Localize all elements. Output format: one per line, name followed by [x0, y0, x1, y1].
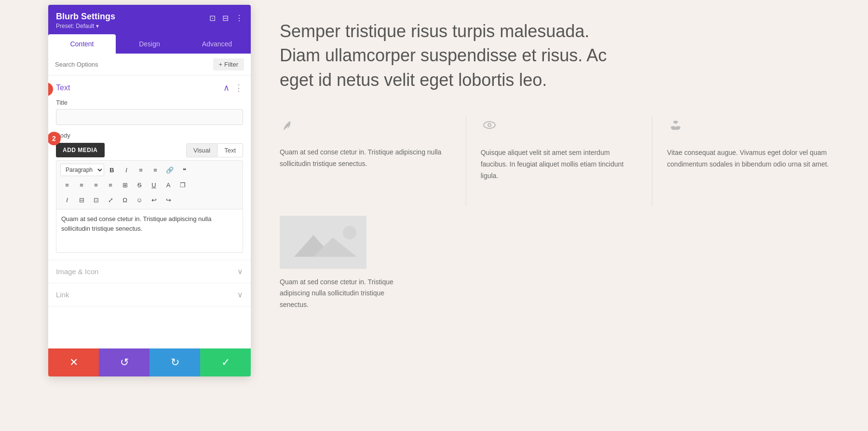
tab-advanced[interactable]: Advanced: [183, 34, 251, 54]
panel-tabs: Content Design Advanced: [48, 34, 251, 54]
redo-button[interactable]: ↻: [149, 348, 200, 376]
svg-point-7: [343, 226, 356, 239]
blurb-col-3: Vitae consequat augue. Vivamus eget dolo…: [652, 116, 839, 206]
table-button[interactable]: ⊞: [118, 178, 132, 192]
save-icon: ✓: [221, 356, 230, 369]
body-text: Quam at sed conse ctetur in. Tristique a…: [61, 215, 211, 232]
blurb-image-text: Quam at sed conse ctetur in. Tristique a…: [280, 277, 415, 311]
blurb-settings-panel: Blurb Settings Preset: Default ▾ ⊡ ⊟ ⋮ C…: [48, 5, 251, 376]
editor-toolbar-top: ADD MEDIA Visual Text: [56, 143, 243, 157]
underline-button[interactable]: U: [147, 178, 161, 192]
panel-header-icons: ⊡ ⊟ ⋮: [209, 14, 243, 23]
align-right-button[interactable]: ≡: [89, 178, 103, 192]
outdent-button[interactable]: ⊡: [89, 193, 103, 207]
panel-header: Blurb Settings Preset: Default ▾ ⊡ ⊟ ⋮: [48, 5, 251, 34]
special-chars-button[interactable]: Ω: [118, 193, 132, 207]
text-section-controls: ∧ ⋮: [223, 83, 243, 93]
tab-content[interactable]: Content: [48, 34, 116, 54]
text-section-header: Text ∧ ⋮: [56, 83, 243, 93]
align-left-button[interactable]: ≡: [60, 178, 74, 192]
svg-rect-4: [280, 216, 366, 269]
svg-point-3: [488, 124, 490, 126]
panel-title-group: Blurb Settings Preset: Default ▾: [56, 12, 115, 29]
save-button[interactable]: ✓: [200, 348, 251, 376]
italic2-button[interactable]: I: [60, 193, 74, 207]
unordered-list-button[interactable]: ≡: [134, 163, 148, 177]
tab-visual[interactable]: Visual: [186, 143, 217, 157]
editor-view-tabs: Visual Text: [186, 143, 243, 157]
redo-icon: ↻: [171, 356, 179, 369]
paste-plain-button[interactable]: ❐: [176, 178, 190, 192]
indent-button[interactable]: ⊟: [75, 193, 88, 207]
title-field-label: Title: [56, 99, 243, 106]
ordered-list-button[interactable]: ≡: [149, 163, 162, 177]
panel-footer: ✕ ↺ ↻ ✓: [48, 348, 251, 376]
blurb-grid: Quam at sed conse ctetur in. Tristique a…: [280, 116, 839, 206]
text-section-title: Text: [56, 83, 70, 92]
toolbar-row-3: I ⊟ ⊡ ⤢ Ω ☺ ↩ ↪: [60, 193, 239, 207]
link-section-title: Link: [56, 291, 69, 299]
align-justify-button[interactable]: ≡: [104, 178, 117, 192]
tab-design[interactable]: Design: [116, 34, 183, 54]
search-input[interactable]: [55, 61, 209, 68]
title-field-group: Title: [56, 99, 243, 125]
step-badge-1: 1: [48, 83, 53, 96]
image-icon-title: Image & Icon: [56, 267, 98, 276]
blurb-col-2: Quisque aliquet velit sit amet sem inter…: [466, 116, 653, 206]
panel-body: 1 Text ∧ ⋮ Title 2 Body: [48, 76, 251, 348]
hero-text: Semper tristique risus turpis malesuada.…: [280, 19, 608, 92]
paragraph-select[interactable]: Paragraph Heading 1 Heading 2: [60, 164, 104, 176]
undo-editor-button[interactable]: ↩: [147, 193, 161, 207]
fullscreen-editor-button[interactable]: ⤢: [104, 193, 117, 207]
italic-button[interactable]: I: [120, 163, 133, 177]
blurb-image: [280, 216, 366, 269]
filter-label: Filter: [224, 61, 238, 68]
cancel-icon: ✕: [69, 356, 78, 369]
layout-icon[interactable]: ⊟: [222, 14, 229, 23]
image-icon-chevron: ∨: [237, 267, 243, 276]
link-section[interactable]: Link ∨: [48, 283, 251, 306]
preset-arrow: ▾: [96, 23, 99, 29]
cancel-button[interactable]: ✕: [48, 348, 99, 376]
filter-plus-icon: +: [219, 61, 223, 68]
content-area: Semper tristique risus turpis malesuada.…: [251, 0, 868, 431]
blurb-text-1: Quam at sed conse ctetur in. Tristique a…: [280, 147, 451, 170]
title-input[interactable]: [56, 109, 243, 125]
bold-button[interactable]: B: [105, 163, 119, 177]
redo-editor-button[interactable]: ↪: [162, 193, 175, 207]
section-collapse-icon[interactable]: ∧: [223, 83, 230, 93]
add-media-button[interactable]: ADD MEDIA: [56, 143, 105, 157]
image-icon-section[interactable]: Image & Icon ∨: [48, 260, 251, 283]
fullscreen-icon[interactable]: ⊡: [209, 14, 216, 23]
panel-title: Blurb Settings: [56, 12, 115, 22]
preset-label: Preset: Default: [56, 23, 94, 29]
blurb-icon-3: [667, 116, 839, 138]
body-field-label: Body: [56, 132, 243, 139]
align-center-button[interactable]: ≡: [75, 178, 88, 192]
link-button[interactable]: 🔗: [163, 163, 176, 177]
blurb-icon-1: [280, 116, 451, 137]
panel-preset[interactable]: Preset: Default ▾: [56, 23, 115, 29]
blurb-icon-2: [481, 116, 638, 138]
body-field-group: 2 Body ADD MEDIA Visual Text Paragraph H…: [56, 132, 243, 253]
toolbar-row-1: Paragraph Heading 1 Heading 2 B I ≡ ≡ 🔗 …: [60, 163, 239, 177]
emoji-button[interactable]: ☺: [133, 193, 146, 207]
more-icon[interactable]: ⋮: [235, 14, 243, 23]
blurb-text-2: Quisque aliquet velit sit amet sem inter…: [481, 147, 638, 181]
blurb-with-image: Quam at sed conse ctetur in. Tristique a…: [280, 216, 415, 311]
tab-text[interactable]: Text: [217, 143, 243, 157]
editor-content[interactable]: Quam at sed conse ctetur in. Tristique a…: [56, 209, 243, 253]
text-color-button[interactable]: A: [162, 178, 175, 192]
panel-search-bar: + Filter: [48, 54, 251, 76]
section-menu-icon[interactable]: ⋮: [234, 83, 243, 93]
strikethrough-button[interactable]: S: [133, 178, 146, 192]
text-section: 1 Text ∧ ⋮ Title 2 Body: [48, 76, 251, 260]
undo-icon: ↺: [120, 356, 129, 369]
blurb-text-3: Vitae consequat augue. Vivamus eget dolo…: [667, 147, 839, 170]
link-chevron: ∨: [237, 290, 243, 299]
filter-button[interactable]: + Filter: [213, 58, 244, 70]
undo-button[interactable]: ↺: [99, 348, 149, 376]
blockquote-button[interactable]: ❝: [177, 163, 191, 177]
blurb-col-1: Quam at sed conse ctetur in. Tristique a…: [280, 116, 466, 206]
editor-toolbar: Paragraph Heading 1 Heading 2 B I ≡ ≡ 🔗 …: [56, 160, 243, 209]
